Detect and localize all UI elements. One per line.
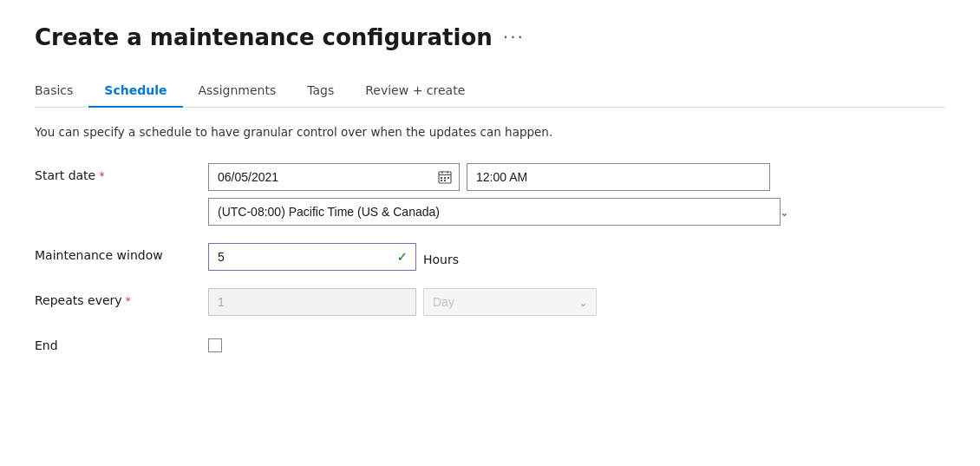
end-row: End [35,333,945,352]
date-input-wrapper [208,163,460,191]
end-label: End [35,333,191,352]
repeats-every-label-text: Repeats every [35,293,122,307]
svg-rect-4 [441,177,442,179]
start-date-row: Start date * [35,163,945,226]
svg-rect-8 [444,180,446,181]
schedule-description: You can specify a schedule to have granu… [35,125,945,139]
tab-basics[interactable]: Basics [35,75,88,108]
page-title: Create a maintenance configuration [35,24,493,50]
svg-rect-7 [441,180,442,181]
svg-rect-6 [448,177,449,179]
maintenance-window-label-text: Maintenance window [35,248,163,262]
calendar-icon [438,170,452,184]
start-date-label-text: Start date [35,168,95,182]
end-label-text: End [35,338,58,352]
repeats-period-select[interactable]: Day Week Month [423,288,597,316]
maintenance-window-label: Maintenance window [35,243,191,262]
date-input[interactable] [209,166,431,188]
end-checkbox[interactable] [208,338,222,352]
start-date-label: Start date * [35,163,191,182]
maintenance-window-input-row: ✓ Hours [208,243,798,271]
tab-nav: Basics Schedule Assignments Tags Review … [35,75,945,108]
maintenance-window-controls: ✓ Hours [208,243,798,271]
maintenance-input-wrapper: ✓ [208,243,416,271]
maintenance-window-row: Maintenance window ✓ Hours [35,243,945,271]
repeats-every-row: Repeats every * Day Week Month ⌄ [35,288,945,316]
tab-tags[interactable]: Tags [291,75,350,108]
svg-rect-5 [444,177,446,179]
tab-review-create[interactable]: Review + create [350,75,480,108]
calendar-icon-button[interactable] [431,164,459,190]
maintenance-window-input[interactable] [208,243,416,271]
start-date-required: * [99,169,105,182]
hours-label: Hours [423,248,459,266]
repeats-every-controls: Day Week Month ⌄ [208,288,798,316]
time-input[interactable] [467,163,770,191]
start-date-time-row [208,163,798,191]
timezone-chevron-icon: ⌄ [780,206,789,219]
repeats-every-input-row: Day Week Month ⌄ [208,288,798,316]
tab-schedule[interactable]: Schedule [88,75,182,108]
tab-assignments[interactable]: Assignments [183,75,292,108]
timezone-select[interactable]: (UTC-08:00) Pacific Time (US & Canada) (… [208,198,781,226]
repeats-every-required: * [126,294,132,307]
end-controls [208,333,798,352]
repeats-period-wrapper: Day Week Month ⌄ [423,288,597,316]
schedule-form: Start date * [35,163,945,352]
start-date-controls: (UTC-08:00) Pacific Time (US & Canada) (… [208,163,798,226]
repeats-every-label: Repeats every * [35,288,191,307]
timezone-wrapper: (UTC-08:00) Pacific Time (US & Canada) (… [208,198,798,226]
repeats-every-input[interactable] [208,288,416,316]
more-options-icon[interactable]: ··· [503,27,525,48]
